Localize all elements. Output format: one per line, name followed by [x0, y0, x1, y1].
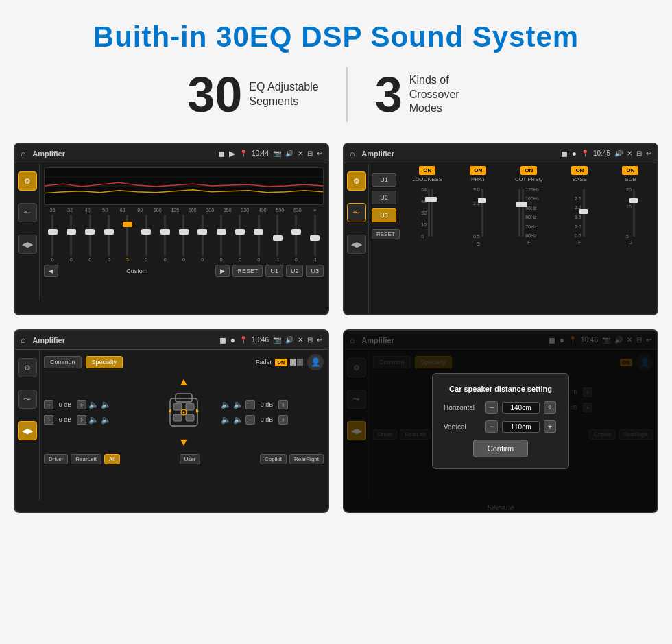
sidebar-eq-btn-2[interactable]: ⚙	[347, 171, 366, 191]
eq-slider-11[interactable]: 0	[250, 214, 267, 262]
eq-slider-10[interactable]: 0	[231, 214, 248, 262]
eq-slider-14[interactable]: -1	[307, 214, 324, 262]
loudness-slider-2[interactable]	[431, 189, 433, 237]
copilot-zone-btn[interactable]: Copilot	[260, 454, 287, 464]
home-icon-2[interactable]: ⌂	[350, 149, 355, 158]
xover-u3-btn[interactable]: U3	[372, 208, 396, 222]
confirm-button[interactable]: Confirm	[473, 440, 529, 457]
eq-slider-3[interactable]: 0	[100, 214, 117, 262]
screen-body-1: ⚙ 〜 ◀▶	[15, 163, 328, 300]
sidebar-eq-btn-3[interactable]: ⚙	[18, 358, 37, 377]
eq-slider-6[interactable]: 0	[156, 214, 173, 262]
close-icon-3[interactable]: ✕	[298, 336, 303, 344]
fader-on-btn[interactable]: ON	[275, 359, 288, 366]
eq-label-6: 100	[149, 208, 167, 213]
right-bottom-plus[interactable]: +	[278, 415, 288, 425]
location-icon-1: 📍	[239, 150, 248, 157]
rearright-zone-btn[interactable]: RearRight	[289, 454, 324, 464]
car-visual: ▲	[149, 376, 218, 449]
eq-slider-4[interactable]: 5	[119, 214, 136, 262]
horizontal-minus-btn[interactable]: −	[485, 401, 498, 414]
car-svg	[163, 388, 204, 436]
right-top-minus[interactable]: −	[245, 400, 255, 409]
loudness-slider[interactable]	[428, 189, 430, 237]
eq-prev-btn[interactable]: ◀	[44, 265, 58, 277]
sidebar-vol-btn[interactable]: ◀▶	[18, 235, 37, 254]
xover-loudness: ON LOUDNESS 64 48 32 16 0	[404, 166, 451, 311]
eq-u3-btn[interactable]: U3	[306, 265, 324, 277]
topbar-app-2: Amplifier	[361, 150, 556, 158]
sidebar-eq-btn[interactable]: ⚙	[18, 171, 37, 191]
bass-slider[interactable]	[583, 189, 585, 237]
xover-phat: ON PHAT 3.0 2.1 0.5	[455, 166, 502, 311]
sidebar-wave-btn[interactable]: 〜	[18, 203, 37, 222]
eq-expand-btn[interactable]: »	[307, 208, 324, 213]
eq-slider-8[interactable]: 0	[194, 214, 211, 262]
back-icon-3[interactable]: ↩	[317, 336, 322, 344]
sidebar-wave-btn-3[interactable]: 〜	[18, 390, 37, 409]
eq-slider-9[interactable]: 0	[213, 214, 230, 262]
close-icon-2[interactable]: ✕	[627, 150, 632, 157]
right-top-plus[interactable]: +	[278, 400, 288, 409]
xover-u1-btn[interactable]: U1	[372, 173, 396, 187]
loudness-on-btn[interactable]: ON	[419, 166, 435, 175]
left-bottom-plus[interactable]: +	[77, 415, 86, 425]
left-top-plus[interactable]: +	[77, 400, 86, 409]
home-icon-3[interactable]: ⌂	[21, 335, 25, 345]
sidebar-wave-btn-2[interactable]: 〜	[347, 203, 366, 222]
eq-slider-2[interactable]: 0	[82, 214, 99, 262]
car-down-arrow[interactable]: ▼	[178, 436, 189, 449]
eq-label-7: 125	[167, 208, 184, 213]
eq-slider-0[interactable]: 0	[44, 214, 61, 262]
phat-slider[interactable]	[481, 189, 483, 237]
eq-u1-btn[interactable]: U1	[265, 265, 283, 277]
right-bottom-minus[interactable]: −	[245, 415, 255, 425]
modal-overlay: Car speaker distance setting Horizontal …	[344, 331, 657, 512]
bass-on-btn[interactable]: ON	[571, 166, 588, 175]
eq-label-12: 400	[254, 208, 272, 213]
user-icon[interactable]: 👤	[307, 354, 324, 370]
phat-on-btn[interactable]: ON	[470, 166, 486, 175]
specialty-preset-btn[interactable]: Specialty	[86, 356, 123, 368]
sub-slider[interactable]	[633, 189, 635, 237]
back-icon-1[interactable]: ↩	[317, 150, 322, 157]
eq-slider-7[interactable]: 0	[175, 214, 192, 262]
stat-eq-text: EQ AdjustableSegments	[249, 80, 318, 109]
eq-label-2: 40	[79, 208, 97, 213]
topbar-right-1: 📍 10:44 📷 🔊 ✕ ⊟ ↩	[239, 150, 322, 157]
left-top-minus[interactable]: −	[44, 400, 53, 409]
right-bottom-value: 0 dB	[257, 416, 276, 423]
horizontal-plus-btn[interactable]: +	[544, 401, 556, 414]
xover-reset-btn[interactable]: RESET	[372, 229, 400, 239]
rearleft-zone-btn[interactable]: RearLeft	[71, 454, 101, 464]
sidebar-vol-btn-3[interactable]: ◀▶	[18, 421, 37, 440]
eq-u2-btn[interactable]: U2	[286, 265, 304, 277]
eq-slider-13[interactable]: 0	[287, 214, 304, 262]
common-preset-btn[interactable]: Common	[44, 356, 82, 368]
play-icon-1[interactable]: ▶	[229, 149, 235, 158]
vertical-minus-btn[interactable]: −	[485, 420, 498, 433]
user-zone-btn[interactable]: User	[180, 454, 201, 464]
sidebar-vol-btn-2[interactable]: ◀▶	[347, 235, 366, 254]
home-icon[interactable]: ⌂	[21, 149, 25, 158]
right-top-db: 🔈 🔈 − 0 dB +	[221, 400, 324, 409]
eq-reset-btn[interactable]: RESET	[232, 265, 263, 277]
eq-slider-12[interactable]: -1	[269, 214, 286, 262]
left-bottom-minus[interactable]: −	[44, 415, 53, 425]
back-icon-2[interactable]: ↩	[646, 150, 651, 157]
cutfreq-slider-2[interactable]	[522, 189, 524, 237]
cutfreq-on-btn[interactable]: ON	[520, 166, 537, 175]
xover-u2-btn[interactable]: U2	[372, 191, 396, 204]
all-zone-btn[interactable]: All	[104, 454, 120, 464]
eq-slider-1[interactable]: 0	[62, 214, 80, 262]
vertical-plus-btn[interactable]: +	[544, 420, 556, 433]
close-icon-1[interactable]: ✕	[298, 150, 303, 157]
eq-next-btn[interactable]: ▶	[215, 265, 230, 277]
car-up-arrow[interactable]: ▲	[178, 376, 189, 388]
sub-on-btn[interactable]: ON	[622, 166, 638, 175]
xover-sub: ON SUB 20 15 5	[607, 166, 654, 311]
cutfreq-slider[interactable]	[518, 189, 520, 237]
eq-slider-5[interactable]: 0	[138, 214, 155, 262]
driver-zone-btn[interactable]: Driver	[44, 454, 68, 464]
vertical-row: Vertical − 110cm +	[444, 420, 557, 433]
